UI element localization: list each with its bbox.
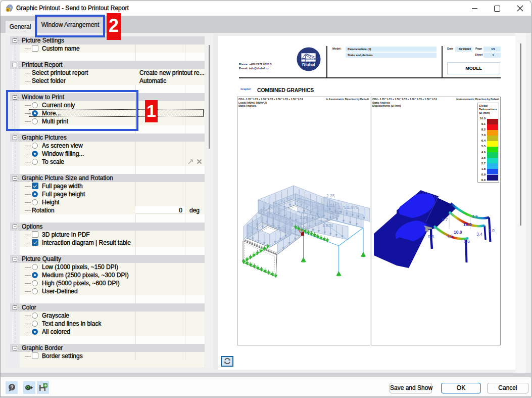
svg-text:4.6: 4.6 [447,234,453,239]
svg-text:3.750: 3.750 [330,210,342,215]
svg-text:10.0: 10.0 [454,230,462,235]
svg-text:1.01: 1.01 [300,225,308,230]
svg-text:2.25: 2.25 [300,215,308,220]
svg-text:Dlubal: Dlubal [302,62,315,67]
svg-text:2.25: 2.25 [326,193,335,198]
svg-text:0.6: 0.6 [464,239,470,244]
svg-text:1.0: 1.0 [489,228,495,233]
svg-text:6: 6 [7,8,9,12]
svg-text:3.4: 3.4 [476,232,482,237]
svg-text:1.875: 1.875 [348,205,359,210]
svg-text:10.0: 10.0 [463,222,472,227]
svg-text:1.01: 1.01 [326,203,335,208]
svg-text:0.3: 0.3 [428,234,434,239]
svg-text:0.7: 0.7 [442,217,448,222]
svg-text:?: ? [10,385,13,390]
svg-text:4.5: 4.5 [472,214,478,219]
svg-text:1.874: 1.874 [322,223,333,228]
